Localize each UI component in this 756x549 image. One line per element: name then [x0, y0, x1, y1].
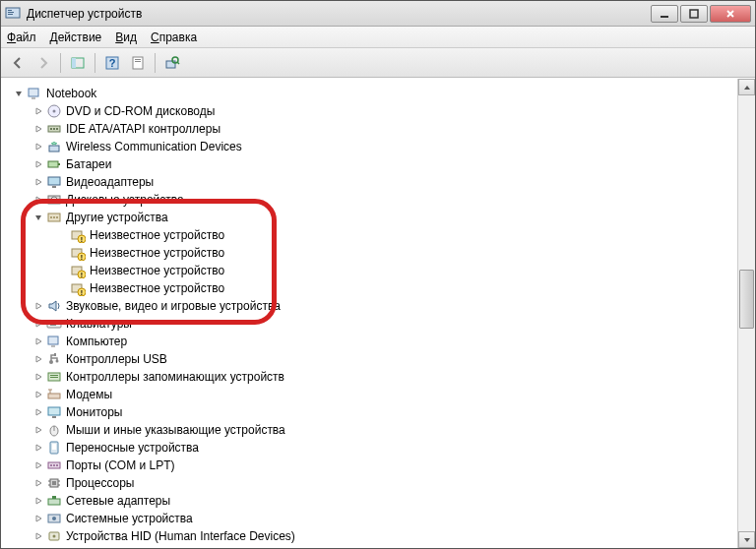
tree-device[interactable]: !Неизвестное устройство	[9, 262, 733, 279]
tree-category[interactable]: Мониторы	[9, 403, 733, 421]
menu-file[interactable]: ФайлФайл	[7, 30, 36, 44]
toolbar-separator	[155, 53, 156, 73]
tree-category[interactable]: DVD и CD-ROM дисководы	[9, 102, 733, 120]
svg-rect-50	[55, 323, 56, 324]
expand-icon[interactable]	[32, 513, 44, 524]
scroll-down-button[interactable]	[738, 531, 755, 548]
toolbar: ?	[1, 48, 755, 78]
expand-icon[interactable]	[32, 442, 44, 454]
tree-category[interactable]: IDE ATA/ATAPI контроллеры	[9, 120, 733, 138]
category-label: Мониторы	[66, 405, 122, 419]
scroll-thumb[interactable]	[739, 270, 754, 329]
expander-spacer	[56, 229, 68, 241]
svg-rect-66	[52, 444, 56, 450]
svg-rect-21	[53, 128, 55, 130]
expand-icon[interactable]	[32, 141, 44, 152]
other-icon	[46, 210, 62, 225]
scroll-up-button[interactable]	[738, 79, 755, 95]
svg-rect-53	[51, 345, 55, 347]
expand-icon[interactable]	[32, 336, 44, 347]
vertical-scrollbar[interactable]	[737, 79, 755, 548]
back-button[interactable]	[7, 52, 29, 74]
expand-icon[interactable]	[32, 459, 44, 471]
svg-rect-2	[8, 12, 14, 13]
system-icon	[46, 511, 62, 526]
expand-icon[interactable]	[32, 194, 44, 206]
menu-help[interactable]: Справка	[151, 30, 197, 44]
svg-text:!: !	[81, 272, 83, 278]
unknown-icon: !	[70, 227, 86, 243]
tree-category[interactable]: Компьютер	[9, 333, 733, 350]
category-label: Процессоры	[66, 476, 135, 490]
tree-category[interactable]: Модемы	[9, 386, 733, 403]
expand-icon[interactable]	[32, 123, 44, 135]
show-hide-tree-button[interactable]	[67, 52, 89, 74]
svg-text:?: ?	[109, 57, 116, 69]
unknown-icon: !	[70, 280, 86, 296]
tree-category[interactable]: Переносные устройства	[9, 439, 733, 457]
category-label: Мыши и иные указывающие устройства	[66, 423, 285, 437]
expand-icon[interactable]	[32, 477, 44, 489]
expander-spacer	[56, 265, 68, 276]
toolbar-separator	[94, 53, 95, 73]
svg-rect-26	[48, 177, 60, 185]
svg-rect-15	[29, 89, 38, 96]
tree-category[interactable]: Дисковые устройства	[9, 191, 733, 209]
device-label: Неизвестное устройство	[90, 264, 224, 277]
titlebar[interactable]: Диспетчер устройств	[1, 1, 755, 27]
expand-icon[interactable]	[32, 495, 44, 507]
expand-icon[interactable]	[32, 176, 44, 188]
tree-category[interactable]: Клавиатуры	[9, 315, 733, 333]
tree-category[interactable]: Wireless Communication Devices	[9, 138, 733, 155]
tree-device[interactable]: !Неизвестное устройство	[9, 226, 733, 244]
tree-category[interactable]: Видеоадаптеры	[9, 173, 733, 191]
expand-icon[interactable]	[32, 300, 44, 312]
expand-icon[interactable]	[32, 530, 44, 542]
expand-icon[interactable]	[32, 371, 44, 383]
expander-spacer	[56, 282, 68, 294]
tree-device[interactable]: !Неизвестное устройство	[9, 244, 733, 262]
tree-category[interactable]: Устройства HID (Human Interface Devices)	[9, 527, 733, 545]
expand-icon[interactable]	[32, 424, 44, 436]
expand-icon[interactable]	[32, 318, 44, 330]
tree-category[interactable]: Системные устройства	[9, 510, 733, 527]
collapse-icon[interactable]	[13, 88, 25, 99]
maximize-button[interactable]	[680, 5, 708, 23]
tree-category[interactable]: Мыши и иные указывающие устройства	[9, 421, 733, 439]
tree-category[interactable]: Другие устройства	[9, 209, 733, 226]
expand-icon[interactable]	[32, 389, 44, 400]
minimize-button[interactable]	[651, 5, 678, 23]
tree-category[interactable]: Сетевые адаптеры	[9, 492, 733, 510]
forward-button[interactable]	[32, 52, 54, 74]
tree-device[interactable]: !Неизвестное устройство	[9, 279, 733, 297]
svg-rect-7	[72, 58, 76, 68]
tree-category[interactable]: Контроллеры запоминающих устройств	[9, 368, 733, 386]
category-label: Wireless Communication Devices	[66, 140, 242, 153]
scan-hardware-button[interactable]	[161, 52, 183, 74]
device-tree[interactable]: NotebookDVD и CD-ROM дисководыIDE ATA/AT…	[1, 79, 737, 548]
svg-rect-22	[56, 128, 58, 130]
tree-category[interactable]: Порты (COM и LPT)	[9, 457, 733, 474]
svg-rect-10	[133, 57, 143, 69]
menu-action[interactable]: Действие	[50, 30, 102, 44]
tree-category[interactable]: Контроллеры USB	[9, 350, 733, 368]
help-button[interactable]: ?	[101, 52, 123, 74]
properties-button[interactable]	[127, 52, 149, 74]
tree-category[interactable]: Процессоры	[9, 474, 733, 492]
tree-root[interactable]: Notebook	[9, 85, 733, 102]
expand-icon[interactable]	[32, 353, 44, 365]
close-button[interactable]	[710, 5, 751, 23]
svg-rect-58	[50, 375, 58, 376]
svg-point-29	[51, 197, 57, 203]
category-label: Другие устройства	[66, 211, 168, 224]
tree-category[interactable]: Звуковые, видео и игровые устройства	[9, 297, 733, 315]
scroll-track[interactable]	[738, 95, 755, 531]
expand-icon[interactable]	[32, 105, 44, 117]
disc-icon	[46, 103, 62, 119]
expand-icon[interactable]	[32, 406, 44, 418]
tree-category[interactable]: Батареи	[9, 155, 733, 173]
expand-icon[interactable]	[32, 158, 44, 170]
collapse-icon[interactable]	[32, 212, 44, 223]
menu-view[interactable]: Вид	[115, 30, 137, 44]
cpu-icon	[46, 475, 62, 491]
